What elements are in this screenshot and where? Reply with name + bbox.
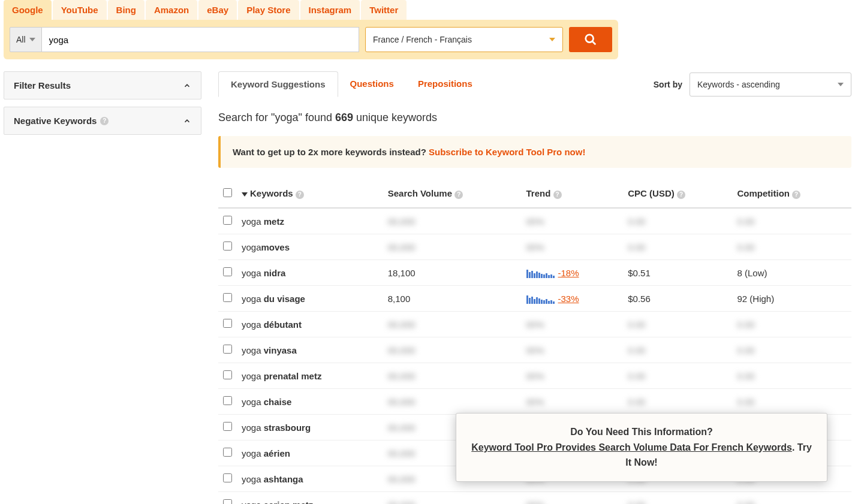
col-volume[interactable]: Search Volume ? (383, 180, 522, 208)
search-input[interactable] (42, 27, 359, 52)
source-tab-ebay[interactable]: eBay (198, 0, 237, 20)
svg-line-1 (592, 41, 596, 45)
volume-cell: 18,100 (383, 260, 522, 286)
table-row: yoga vinyasa00,00000%0.000.00 (218, 337, 851, 363)
competition-cell: 0.00 (732, 389, 851, 415)
cpc-cell: 0.00 (623, 492, 732, 505)
cpc-cell: $0.51 (623, 260, 732, 286)
source-tab-youtube[interactable]: YouTube (53, 0, 107, 20)
col-keywords[interactable]: Keywords ? (237, 180, 383, 208)
row-checkbox[interactable] (223, 422, 232, 431)
competition-cell: 92 (High) (732, 286, 851, 312)
negative-keywords-label: Negative Keywords (14, 116, 97, 126)
volume-cell: 00,000 (383, 492, 522, 505)
row-checkbox[interactable] (223, 293, 232, 302)
source-tab-amazon[interactable]: Amazon (146, 0, 197, 20)
table-row: yoga débutant00,00000%0.000.00 (218, 312, 851, 337)
filter-results-panel[interactable]: Filter Results (4, 71, 201, 99)
promo-link[interactable]: Subscribe to Keyword Tool Pro now! (429, 147, 585, 157)
scope-select[interactable]: All (10, 27, 42, 52)
help-icon: ? (792, 191, 800, 199)
popup-link[interactable]: Keyword Tool Pro Provides Search Volume … (471, 442, 792, 452)
results-summary: Search for "yoga" found 669 unique keywo… (218, 97, 851, 136)
cpc-cell: 0.00 (623, 312, 732, 337)
competition-cell: 8 (Low) (732, 260, 851, 286)
region-select[interactable]: France / French - Français (365, 27, 563, 52)
cpc-cell: 0.00 (623, 389, 732, 415)
content: Keyword Suggestions Questions Prepositio… (218, 71, 851, 504)
filter-results-label: Filter Results (14, 80, 71, 90)
col-trend[interactable]: Trend ? (522, 180, 624, 208)
keyword-cell: yoga aerien metz (237, 492, 383, 505)
table-row: yoga chaise00,00000%0.000.00 (218, 389, 851, 415)
source-tab-google[interactable]: Google (4, 0, 52, 20)
trend-cell: 00% (522, 234, 624, 260)
help-icon: ? (296, 191, 304, 199)
chevron-up-icon (183, 82, 191, 90)
row-checkbox[interactable] (223, 267, 232, 276)
source-tab-bing[interactable]: Bing (108, 0, 144, 20)
volume-cell: 00,000 (383, 312, 522, 337)
trend-cell: -33% (522, 286, 624, 312)
help-icon: ? (100, 117, 109, 125)
source-tab-play-store[interactable]: Play Store (238, 0, 299, 20)
col-competition[interactable]: Competition ? (732, 180, 851, 208)
promo-banner: Want to get up to 2x more keywords inste… (218, 136, 851, 168)
cpc-cell: 0.00 (623, 234, 732, 260)
source-tabs: GoogleYouTubeBingAmazoneBayPlay StoreIns… (0, 0, 855, 20)
chevron-down-icon (29, 38, 35, 41)
row-checkbox[interactable] (223, 473, 232, 482)
cpc-cell: $0.56 (623, 286, 732, 312)
keyword-cell: yoga metz (237, 208, 383, 234)
col-cpc[interactable]: CPC (USD) ? (623, 180, 732, 208)
keyword-cell: yoga débutant (237, 312, 383, 337)
keyword-cell: yoga nidra (237, 260, 383, 286)
sort-by-value: Keywords - ascending (697, 80, 780, 89)
tab-questions[interactable]: Questions (338, 71, 406, 97)
chevron-down-icon (549, 38, 555, 41)
keyword-cell: yoga prenatal metz (237, 363, 383, 389)
search-button[interactable] (569, 27, 612, 52)
trend-cell: -18% (522, 260, 624, 286)
search-bar: All France / French - Français (4, 20, 618, 59)
tab-suggestions[interactable]: Keyword Suggestions (218, 71, 338, 97)
scope-label: All (16, 35, 26, 44)
sort-by-label: Sort by (654, 80, 682, 89)
competition-cell: 0.00 (732, 312, 851, 337)
row-checkbox[interactable] (223, 396, 232, 405)
competition-cell: 0.00 (732, 492, 851, 505)
sort-by: Sort by Keywords - ascending (654, 73, 851, 96)
volume-cell: 00,000 (383, 389, 522, 415)
sparkline-icon (526, 267, 555, 278)
popup-heading: Do You Need This Information? (471, 424, 812, 440)
keyword-cell: yoga vinyasa (237, 337, 383, 363)
row-checkbox[interactable] (223, 319, 232, 328)
source-tab-twitter[interactable]: Twitter (361, 0, 407, 20)
trend-cell: 00% (522, 337, 624, 363)
table-row: yoga prenatal metz00,00000%0.000.00 (218, 363, 851, 389)
volume-cell: 00,000 (383, 363, 522, 389)
tab-prepositions[interactable]: Prepositions (406, 71, 484, 97)
select-all-checkbox[interactable] (223, 188, 232, 197)
row-checkbox[interactable] (223, 370, 232, 379)
competition-cell: 0.00 (732, 208, 851, 234)
cpc-cell: 0.00 (623, 363, 732, 389)
keyword-cell: yoga aérien (237, 440, 383, 466)
row-checkbox[interactable] (223, 216, 232, 225)
negative-keywords-panel[interactable]: Negative Keywords ? (4, 107, 201, 135)
source-tab-instagram[interactable]: Instagram (300, 0, 360, 20)
region-label: France / French - Français (373, 35, 472, 44)
table-row: yoga metz00,00000%0.000.00 (218, 208, 851, 234)
row-checkbox[interactable] (223, 242, 232, 251)
sort-by-select[interactable]: Keywords - ascending (690, 73, 851, 96)
row-checkbox[interactable] (223, 345, 232, 354)
competition-cell: 0.00 (732, 234, 851, 260)
result-tabs: Keyword Suggestions Questions Prepositio… (218, 71, 484, 97)
help-icon: ? (553, 191, 562, 199)
table-row: yogamoves00,00000%0.000.00 (218, 234, 851, 260)
table-row: yoga aerien metz00,00000%0.000.00 (218, 492, 851, 505)
row-checkbox[interactable] (223, 448, 232, 457)
row-checkbox[interactable] (223, 499, 232, 504)
cpc-cell: 0.00 (623, 337, 732, 363)
volume-cell: 8,100 (383, 286, 522, 312)
